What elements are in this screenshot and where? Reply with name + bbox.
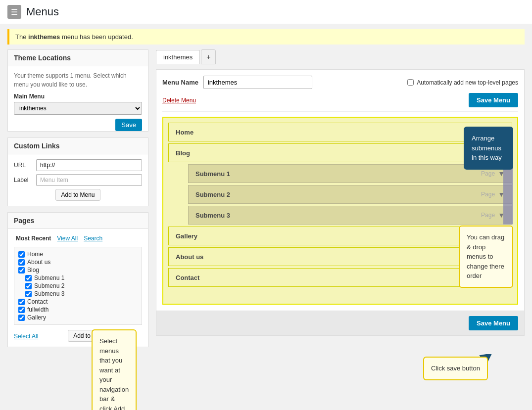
page-label-sub3: Submenu 3 — [34, 290, 64, 297]
submenu-group: Submenu 1 Page ▼ Submenu 2 Page ▼ — [168, 164, 512, 225]
list-item: Blog — [18, 266, 138, 274]
page-title: Menus — [26, 5, 59, 18]
tab-search[interactable]: Search — [82, 234, 104, 243]
theme-locations-desc: Your theme supports 1 menu. Select which… — [14, 71, 142, 89]
page-checkbox-gallery[interactable] — [18, 315, 25, 321]
menu-item-sub3-label: Submenu 3 — [195, 212, 230, 219]
list-item: About us — [18, 258, 138, 266]
page-checkbox-home[interactable] — [18, 251, 25, 258]
delete-menu-link[interactable]: Delete Menu — [162, 97, 196, 104]
pages-section: Pages Most Recent View All Search Home A… — [7, 212, 148, 347]
url-input[interactable] — [36, 159, 142, 171]
content-area: inkthemes + Menu Name Automatically add … — [156, 49, 525, 347]
menu-item-sub1-type: Page — [481, 170, 495, 177]
tab-most-recent[interactable]: Most Recent — [14, 234, 53, 243]
callout-drag-drop: You can drag & drop menus to change ther… — [459, 226, 513, 257]
custom-links-section: Custom Links URL Label Add to Menu — [7, 137, 148, 206]
callout-select-menus: Select menus that you want at your navig… — [92, 329, 121, 352]
menu-item-home-label: Home — [176, 129, 193, 136]
menu-item-sub1-right: Page ▼ — [481, 170, 505, 178]
page-checkbox-blog[interactable] — [18, 267, 25, 273]
menu-item-sub2-right: Page ▼ — [481, 190, 505, 198]
list-item: fullwidth — [18, 306, 138, 314]
tab-view-all[interactable]: View All — [55, 234, 80, 243]
page-checkbox-about[interactable] — [18, 259, 25, 266]
menu-item-sub3-type: Page — [481, 212, 495, 219]
page-label-home: Home — [27, 251, 43, 258]
page-header: ☰ Menus — [0, 0, 532, 24]
sidebar: Theme Locations Your theme supports 1 me… — [7, 49, 148, 347]
list-item: Submenu 2 — [18, 282, 138, 290]
menu-item-sub2-type: Page — [481, 191, 495, 198]
callout-drag-drop-text: You can drag & drop menus to change ther… — [467, 233, 504, 279]
menu-item-blog[interactable]: Blog Page ▼ — [168, 143, 512, 162]
notice-suffix: menu has been updated. — [60, 33, 133, 41]
menu-item-sub2-label: Submenu 2 — [195, 191, 230, 198]
pages-list: Home About us Blog Submenu 1 — [14, 247, 142, 325]
theme-locations-body: Your theme supports 1 menu. Select which… — [8, 66, 148, 124]
theme-locations-section: Theme Locations Your theme supports 1 me… — [7, 49, 148, 132]
save-menu-button-bottom[interactable]: Save Menu — [469, 316, 518, 330]
menu-item-sub3[interactable]: Submenu 3 Page ▼ — [188, 206, 512, 225]
list-item: Submenu 3 — [18, 290, 138, 298]
list-item: Home — [18, 250, 138, 258]
page-checkbox-sub2[interactable] — [25, 283, 32, 289]
tab-add[interactable]: + — [201, 49, 216, 64]
page-label-sub2: Submenu 2 — [34, 282, 64, 289]
list-item: Gallery — [18, 314, 138, 321]
label-label: Label — [14, 177, 36, 183]
theme-locations-save-button[interactable]: Save — [115, 119, 142, 131]
menu-items-wrapper: Home Custom ▼ Blog Page ▼ — [162, 117, 518, 305]
page-checkbox-sub1[interactable] — [25, 275, 32, 281]
pages-tabs: Most Recent View All Search — [14, 234, 142, 243]
page-label-about: About us — [27, 259, 50, 266]
pages-title: Pages — [8, 213, 148, 229]
menu-tabs: inkthemes + — [156, 49, 525, 64]
list-item: Contact — [18, 298, 138, 306]
menu-item-gallery-label: Gallery — [176, 232, 197, 240]
url-label: URL — [14, 162, 36, 169]
theme-locations-title: Theme Locations — [8, 50, 148, 66]
page-checkbox-fullwidth[interactable] — [18, 307, 25, 313]
submenu-handle — [503, 164, 513, 225]
callout-select-menus-box: Select menus that you want at your navig… — [92, 329, 137, 352]
callout-arrange: Arrange submenus in this way — [464, 127, 513, 160]
auto-add-label: Automatically add new top-level pages — [417, 79, 518, 86]
menu-item-sub1-label: Submenu 1 — [195, 170, 230, 178]
custom-links-body: URL Label Add to Menu — [8, 154, 148, 206]
callout-select-menus-text: Select menus that you want at your navig… — [99, 337, 129, 352]
menu-item-contact-label: Contact — [176, 274, 199, 281]
notice-prefix: The — [15, 33, 28, 41]
menu-name-row: Menu Name Automatically add new top-leve… — [162, 76, 518, 89]
auto-add-checkbox[interactable] — [407, 79, 414, 86]
menu-item-sub2[interactable]: Submenu 2 Page ▼ — [188, 185, 512, 204]
label-row: Label — [14, 174, 142, 186]
select-all-link[interactable]: Select All — [14, 333, 38, 340]
menu-icon: ☰ — [11, 7, 18, 17]
menu-editor: Menu Name Automatically add new top-leve… — [156, 69, 525, 311]
save-menu-button-top[interactable]: Save Menu — [469, 93, 518, 107]
page-label-sub1: Submenu 1 — [34, 274, 64, 281]
page-label-blog: Blog — [27, 267, 39, 273]
tab-inkthemes[interactable]: inkthemes — [156, 50, 200, 64]
main-layout: Theme Locations Your theme supports 1 me… — [0, 45, 532, 352]
page-label-gallery: Gallery — [27, 314, 46, 321]
menu-actions-row: Delete Menu Save Menu — [162, 93, 518, 112]
custom-links-add-button[interactable]: Add to Menu — [55, 189, 100, 201]
menu-name-input[interactable] — [203, 76, 312, 89]
callout-arrange-text: Arrange submenus in this way — [472, 135, 502, 161]
menu-item-about-label: About us — [176, 253, 203, 261]
menu-name-label: Menu Name — [162, 79, 198, 86]
main-menu-select[interactable]: inkthemes — [14, 102, 142, 115]
page-icon: ☰ — [7, 5, 21, 19]
update-notice: The inkthemes menu has been updated. — [7, 29, 525, 45]
menu-item-home[interactable]: Home Custom ▼ — [168, 123, 512, 141]
page-label-fullwidth: fullwidth — [27, 306, 48, 313]
main-menu-select-wrapper: inkthemes — [14, 102, 142, 115]
main-menu-label: Main Menu — [14, 93, 142, 100]
callout-arrange-box: Arrange submenus in this way — [464, 127, 513, 170]
label-input[interactable] — [36, 174, 142, 186]
page-label-contact: Contact — [27, 298, 48, 305]
page-checkbox-sub3[interactable] — [25, 291, 32, 297]
page-checkbox-contact[interactable] — [18, 299, 25, 305]
